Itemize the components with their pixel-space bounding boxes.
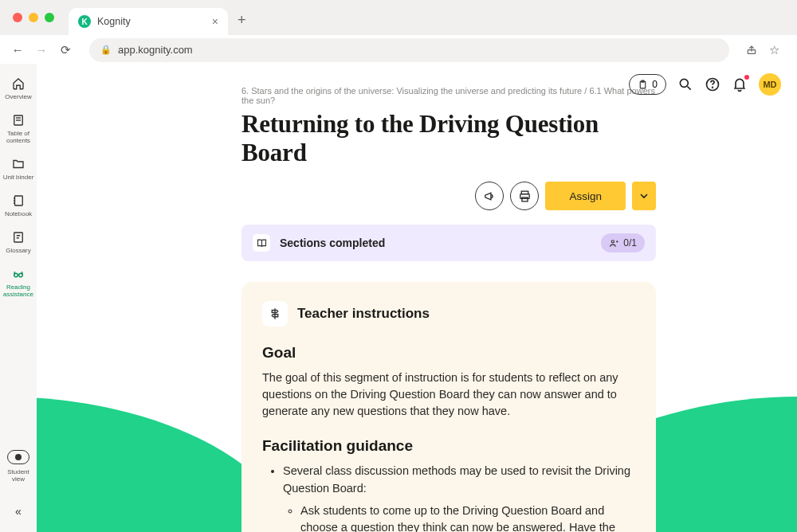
sidebar-item-label: Student view bbox=[2, 468, 35, 483]
breadcrumb[interactable]: 6. Stars and the origins of the universe… bbox=[241, 86, 656, 105]
clipboard-icon bbox=[638, 80, 648, 90]
forward-button[interactable]: → bbox=[33, 43, 49, 57]
favicon-icon: K bbox=[78, 15, 91, 28]
sidebar-item-overview[interactable]: Overview bbox=[1, 72, 36, 105]
facilitation-heading: Facilitation guidance bbox=[262, 437, 635, 455]
assign-dropdown-button[interactable] bbox=[632, 182, 656, 210]
new-tab-button[interactable]: + bbox=[238, 12, 246, 29]
book-open-icon bbox=[253, 234, 270, 252]
facilitation-list: Several class discussion methods may be … bbox=[262, 463, 635, 532]
maximize-window-icon[interactable] bbox=[45, 13, 54, 22]
notifications-icon[interactable] bbox=[732, 76, 748, 92]
sections-count-pill: 0/1 bbox=[601, 233, 645, 252]
collapse-sidebar-button[interactable]: « bbox=[15, 505, 22, 518]
folder-icon bbox=[11, 157, 26, 171]
tab-title: Kognity bbox=[97, 16, 206, 27]
sidebar-item-reading-assistance[interactable]: Reading assistance bbox=[1, 262, 36, 303]
panel-title: Teacher instructions bbox=[297, 306, 430, 322]
print-icon bbox=[518, 190, 532, 203]
list-item: Ask students to come up to the Driving Q… bbox=[300, 503, 635, 532]
book-icon bbox=[11, 113, 26, 127]
close-window-icon[interactable] bbox=[13, 13, 22, 22]
sidebar-item-notebook[interactable]: Notebook bbox=[1, 189, 36, 222]
titlebar: K Kognity × + bbox=[0, 0, 797, 35]
svg-rect-14 bbox=[14, 233, 23, 242]
sections-completed-row[interactable]: Sections completed 0/1 bbox=[241, 225, 656, 261]
address-bar[interactable]: 🔒 app.kognity.com bbox=[89, 38, 729, 62]
url-text: app.kognity.com bbox=[118, 44, 193, 56]
svg-rect-10 bbox=[15, 196, 23, 205]
notebook-icon bbox=[11, 194, 26, 208]
avatar[interactable]: MD bbox=[759, 73, 781, 96]
back-button[interactable]: ← bbox=[10, 43, 26, 57]
lock-icon: 🔒 bbox=[100, 45, 112, 55]
browser-tab[interactable]: K Kognity × bbox=[69, 8, 228, 35]
svg-rect-19 bbox=[522, 197, 528, 201]
teacher-instructions-panel: Teacher instructions Goal The goal of th… bbox=[241, 282, 656, 532]
page-title: Returning to the Driving Question Board bbox=[241, 110, 656, 167]
help-icon[interactable] bbox=[705, 76, 720, 92]
list-item: Several class discussion methods may be … bbox=[283, 463, 635, 532]
archive-count: 0 bbox=[652, 79, 658, 90]
archive-pill[interactable]: 0 bbox=[629, 74, 666, 95]
search-icon[interactable] bbox=[677, 76, 693, 92]
sidebar-item-unit-binder[interactable]: Unit binder bbox=[1, 152, 36, 186]
share-icon[interactable] bbox=[745, 43, 758, 57]
window-controls bbox=[13, 13, 54, 22]
sidebar-item-glossary[interactable]: Glossary bbox=[1, 225, 36, 259]
app-viewport: 0 MD Overview Table of contents Unit bin… bbox=[0, 64, 797, 532]
chevron-down-icon bbox=[640, 192, 648, 200]
bookmark-icon[interactable]: ☆ bbox=[769, 43, 779, 57]
svg-line-4 bbox=[688, 87, 691, 90]
sections-label: Sections completed bbox=[280, 237, 591, 249]
browser-chrome: K Kognity × + ← → ⟳ 🔒 app.kognity.com ☆ bbox=[0, 0, 797, 64]
announce-button[interactable] bbox=[475, 182, 504, 210]
sidebar-item-label: Table of contents bbox=[2, 130, 35, 144]
notification-badge bbox=[744, 75, 749, 80]
app-topbar: 0 MD bbox=[629, 73, 781, 96]
sidebar-item-label: Unit binder bbox=[3, 174, 34, 181]
main-content: 6. Stars and the origins of the universe… bbox=[37, 64, 797, 532]
person-icon bbox=[609, 238, 619, 248]
sidebar-item-label: Reading assistance bbox=[2, 284, 35, 298]
sidebar-item-student-view[interactable]: Student view bbox=[1, 445, 36, 487]
close-tab-icon[interactable]: × bbox=[212, 15, 218, 28]
glossary-icon bbox=[11, 230, 26, 244]
minimize-window-icon[interactable] bbox=[29, 13, 38, 22]
svg-point-20 bbox=[612, 240, 614, 242]
megaphone-icon bbox=[483, 190, 497, 203]
page-actions: Assign bbox=[241, 182, 656, 210]
sidebar-item-toc[interactable]: Table of contents bbox=[1, 108, 36, 149]
reload-button[interactable]: ⟳ bbox=[57, 43, 73, 57]
address-bar-row: ← → ⟳ 🔒 app.kognity.com ☆ bbox=[0, 35, 797, 64]
svg-point-6 bbox=[713, 87, 713, 88]
svg-point-3 bbox=[680, 79, 688, 87]
sidebar-item-label: Glossary bbox=[6, 247, 31, 254]
sidebar-item-label: Overview bbox=[5, 93, 31, 100]
home-icon bbox=[11, 76, 26, 91]
toggle-icon bbox=[7, 450, 29, 464]
sidebar-item-label: Notebook bbox=[5, 210, 32, 217]
address-bar-actions: ☆ bbox=[745, 43, 787, 57]
sidebar: Overview Table of contents Unit binder N… bbox=[0, 64, 37, 532]
signpost-icon bbox=[262, 301, 288, 327]
goal-text: The goal of this segment of instruction … bbox=[262, 370, 635, 420]
goal-heading: Goal bbox=[262, 344, 635, 362]
assign-button[interactable]: Assign bbox=[545, 182, 626, 210]
sections-count: 0/1 bbox=[623, 237, 637, 248]
glasses-icon bbox=[11, 267, 26, 281]
print-button[interactable] bbox=[510, 182, 539, 210]
